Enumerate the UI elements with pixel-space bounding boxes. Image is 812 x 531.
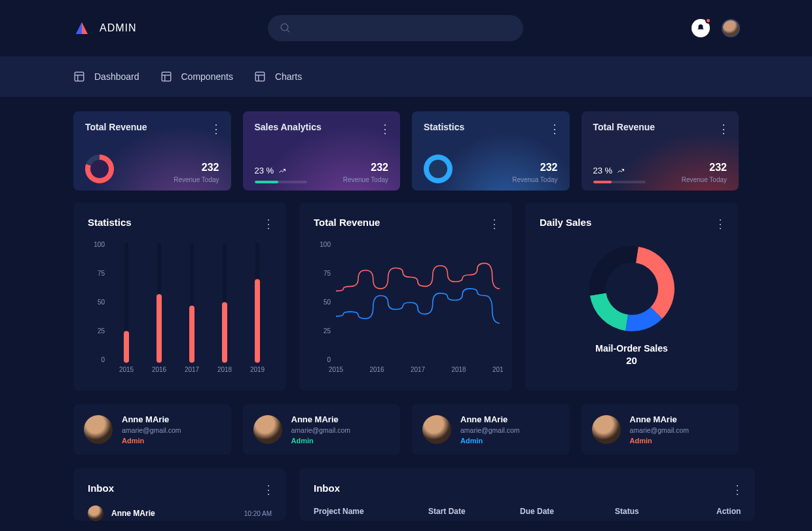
kpi-subtitle: Revenue Today bbox=[343, 176, 388, 183]
user-email: amarie@gmail.com bbox=[122, 426, 181, 434]
donut-value: 20 bbox=[540, 355, 724, 366]
svg-text:100: 100 bbox=[94, 241, 105, 248]
avatar bbox=[592, 415, 621, 444]
user-role: Admin bbox=[291, 437, 351, 445]
inbox-time: 10:20 AM bbox=[244, 510, 272, 517]
avatar bbox=[88, 505, 103, 521]
layout-icon bbox=[73, 71, 85, 82]
user-card[interactable]: Anne MArie amarie@gmail.com Admin bbox=[243, 404, 401, 455]
nav-charts[interactable]: Charts bbox=[254, 71, 302, 82]
notification-dot bbox=[705, 18, 711, 24]
svg-rect-2 bbox=[75, 72, 84, 81]
panel-inbox: Inbox Anne MArie 10:20 AM bbox=[73, 468, 286, 521]
svg-text:2017: 2017 bbox=[411, 366, 426, 373]
th-start: Start Date bbox=[428, 507, 520, 516]
kpi-card-sales-analytics: Sales Analytics 23 % 232 Revenue Today bbox=[243, 111, 401, 191]
kpi-percent: 23 % bbox=[593, 166, 646, 175]
progress-bar bbox=[593, 181, 646, 183]
avatar bbox=[84, 415, 113, 444]
layout-icon bbox=[254, 71, 266, 82]
svg-text:25: 25 bbox=[98, 327, 105, 335]
inbox-item[interactable]: Anne MArie 10:20 AM bbox=[88, 505, 272, 521]
kpi-title: Sales Analytics bbox=[255, 122, 389, 132]
panel-title: Total Revenue bbox=[314, 217, 498, 228]
kpi-value: 232 bbox=[512, 162, 557, 174]
nav-components[interactable]: Components bbox=[160, 71, 233, 82]
kpi-subtitle: Revenue Today bbox=[682, 176, 727, 183]
panel-title: Inbox bbox=[314, 483, 741, 494]
svg-rect-8 bbox=[255, 72, 265, 81]
user-role: Admin bbox=[460, 437, 520, 445]
notifications-button[interactable] bbox=[692, 19, 710, 37]
kpi-subtitle: Revenue Today bbox=[174, 176, 219, 183]
layout-icon bbox=[160, 71, 172, 82]
user-card[interactable]: Anne MArie amarie@gmail.com Admin bbox=[73, 404, 231, 455]
progress-ring bbox=[85, 155, 114, 183]
trend-up-icon bbox=[278, 167, 287, 175]
user-email: amarie@gmail.com bbox=[460, 426, 520, 434]
kpi-value: 232 bbox=[174, 162, 219, 174]
svg-rect-5 bbox=[162, 72, 171, 81]
more-icon[interactable] bbox=[718, 122, 729, 136]
more-icon[interactable] bbox=[549, 122, 561, 136]
brand[interactable]: ADMIN bbox=[73, 20, 137, 37]
user-avatar[interactable] bbox=[722, 19, 740, 37]
more-icon[interactable] bbox=[731, 483, 743, 497]
more-icon[interactable] bbox=[714, 217, 726, 231]
progress-bar bbox=[255, 181, 307, 183]
svg-text:25: 25 bbox=[323, 327, 331, 335]
svg-text:75: 75 bbox=[323, 270, 331, 277]
nav-label: Charts bbox=[275, 71, 302, 82]
search-field[interactable] bbox=[298, 24, 511, 33]
table-header: Project Name Start Date Due Date Status … bbox=[314, 507, 741, 516]
inbox-name: Anne MArie bbox=[111, 509, 155, 518]
bar-chart: 025507510020152016201720182019 bbox=[88, 241, 278, 378]
donut-label: Mail-Order Sales bbox=[540, 343, 724, 354]
bottom-row: Inbox Anne MArie 10:20 AM Inbox Project … bbox=[73, 468, 739, 521]
kpi-value: 232 bbox=[343, 162, 388, 174]
more-icon[interactable] bbox=[489, 217, 500, 231]
svg-text:2019: 2019 bbox=[492, 366, 504, 373]
nav-label: Dashboard bbox=[94, 71, 139, 82]
user-name: Anne MArie bbox=[460, 414, 520, 424]
panel-total-revenue: Total Revenue 02550751002015201620172018… bbox=[299, 202, 512, 391]
svg-text:2019: 2019 bbox=[250, 366, 265, 373]
more-icon[interactable] bbox=[263, 217, 274, 231]
user-role: Admin bbox=[122, 437, 181, 445]
th-status: Status bbox=[615, 507, 716, 516]
line-chart: 025507510020152016201720182019 bbox=[314, 241, 504, 378]
search-input[interactable] bbox=[268, 15, 523, 41]
kpi-card-total-revenue: Total Revenue 232 Revenue Today bbox=[73, 111, 231, 191]
more-icon[interactable] bbox=[263, 483, 274, 497]
th-action: Action bbox=[716, 507, 741, 516]
nav-label: Components bbox=[181, 71, 233, 82]
panel-statistics: Statistics 02550751002015201620172018201… bbox=[73, 202, 286, 391]
kpi-percent: 23 % bbox=[255, 166, 307, 175]
user-card[interactable]: Anne MArie amarie@gmail.com Admin bbox=[412, 404, 570, 455]
kpi-title: Statistics bbox=[424, 122, 558, 132]
user-name: Anne MArie bbox=[630, 414, 690, 424]
avatar bbox=[422, 415, 451, 444]
trend-up-icon bbox=[616, 167, 625, 175]
user-card[interactable]: Anne MArie amarie@gmail.com Admin bbox=[581, 404, 739, 455]
kpi-subtitle: Revenua Today bbox=[512, 176, 557, 183]
svg-text:2015: 2015 bbox=[119, 366, 134, 373]
svg-text:0: 0 bbox=[101, 356, 105, 363]
kpi-title: Total Revenue bbox=[85, 122, 219, 132]
more-icon[interactable] bbox=[210, 122, 222, 136]
kpi-card-statistics: Statistics 232 Revenua Today bbox=[412, 111, 570, 191]
nav-dashboard[interactable]: Dashboard bbox=[73, 71, 139, 82]
svg-text:2017: 2017 bbox=[185, 366, 200, 373]
search-icon bbox=[280, 22, 291, 34]
more-icon[interactable] bbox=[379, 122, 391, 136]
kpi-value: 232 bbox=[682, 162, 727, 174]
svg-text:2016: 2016 bbox=[369, 366, 384, 373]
svg-text:100: 100 bbox=[320, 241, 331, 248]
panel-title: Daily Sales bbox=[540, 217, 724, 228]
panel-title: Inbox bbox=[88, 483, 272, 494]
bell-icon bbox=[696, 24, 705, 33]
panel-title: Statistics bbox=[88, 217, 272, 228]
svg-text:2018: 2018 bbox=[217, 366, 232, 373]
svg-text:75: 75 bbox=[98, 270, 105, 277]
svg-text:0: 0 bbox=[327, 356, 331, 363]
